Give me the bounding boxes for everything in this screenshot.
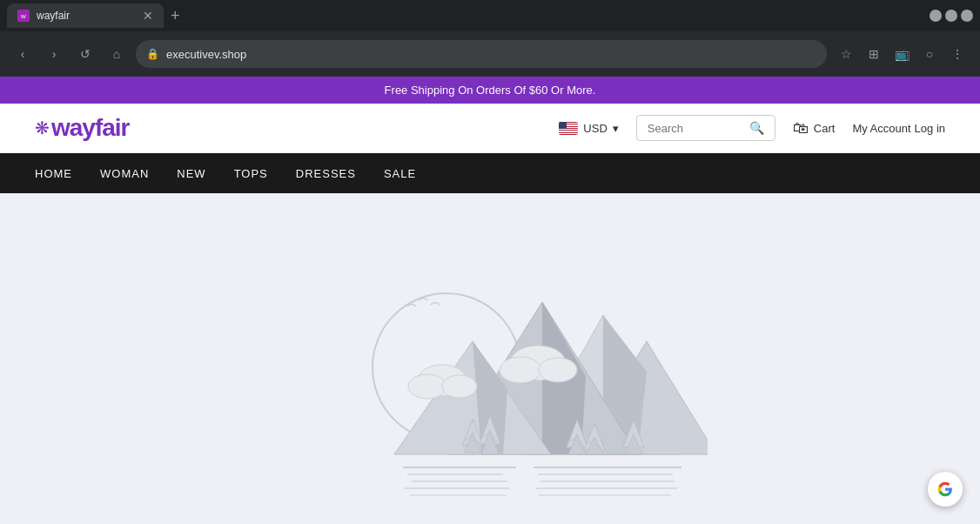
tab-favicon: w — [17, 10, 30, 22]
my-account-link[interactable]: My Account — [852, 122, 910, 135]
website-content: Free Shipping On Orders Of $60 Or More. … — [0, 77, 980, 524]
header-right: USD ▾ 🔍 🛍 Cart My Account Log in — [559, 115, 945, 141]
url-text: executivev.shop — [166, 48, 246, 61]
refresh-button[interactable]: ↺ — [73, 42, 97, 66]
search-icon: 🔍 — [749, 121, 764, 135]
close-button[interactable] — [961, 10, 973, 22]
tab-close-button[interactable]: ✕ — [143, 9, 153, 23]
toolbar-actions: ☆ ⊞ 📺 ○ ⋮ — [834, 42, 970, 66]
browser-tab[interactable]: w wayfair ✕ — [7, 3, 164, 28]
screen-cast-button[interactable]: 📺 — [889, 42, 914, 66]
main-content — [0, 193, 980, 524]
account-area: My Account Log in — [852, 122, 945, 135]
security-icon: 🔒 — [146, 48, 159, 60]
search-bar[interactable]: 🔍 — [636, 115, 775, 141]
nav-item-tops[interactable]: TOPS — [234, 157, 268, 191]
mountain-illustration — [272, 215, 708, 520]
site-navigation: HOME WOMAN NEW TOPS DRESSES SALE — [0, 153, 980, 193]
nav-item-woman[interactable]: WOMAN — [100, 157, 149, 191]
tab-title: wayfair — [37, 10, 70, 22]
promo-text: Free Shipping On Orders Of $60 Or More. — [385, 84, 596, 97]
logo-icon: ❋ — [35, 118, 50, 138]
svg-point-12 — [500, 357, 541, 383]
svg-point-9 — [408, 374, 446, 399]
site-header: ❋ wayfair USD ▾ 🔍 🛍 Cart My Account Log … — [0, 104, 980, 153]
nav-item-sale[interactable]: SALE — [384, 157, 416, 191]
nav-item-new[interactable]: NEW — [177, 157, 205, 191]
cart-label: Cart — [814, 122, 836, 135]
back-button[interactable]: ‹ — [10, 42, 35, 66]
forward-button[interactable]: › — [42, 42, 66, 66]
login-link[interactable]: Log in — [915, 122, 945, 135]
currency-code: USD — [583, 122, 607, 135]
browser-titlebar: w wayfair ✕ + — [0, 0, 980, 31]
promo-banner: Free Shipping On Orders Of $60 Or More. — [0, 77, 980, 104]
minimize-button[interactable] — [930, 10, 942, 22]
google-assistant-button[interactable] — [928, 472, 963, 507]
address-bar[interactable]: 🔒 executivev.shop — [136, 40, 827, 68]
profile-button[interactable]: ○ — [917, 42, 942, 66]
new-tab-button[interactable]: + — [164, 3, 187, 29]
currency-selector[interactable]: USD ▾ — [559, 122, 618, 135]
us-flag-icon — [559, 122, 578, 135]
svg-point-10 — [442, 375, 477, 398]
browser-toolbar: ‹ › ↺ ⌂ 🔒 executivev.shop ☆ ⊞ 📺 ○ ⋮ — [0, 31, 980, 77]
maximize-button[interactable] — [945, 10, 957, 22]
menu-button[interactable]: ⋮ — [945, 42, 970, 66]
extensions-button[interactable]: ⊞ — [862, 42, 886, 66]
cart-area[interactable]: 🛍 Cart — [793, 119, 836, 138]
cart-icon: 🛍 — [793, 119, 809, 138]
nav-item-dresses[interactable]: DRESSES — [296, 157, 356, 191]
logo-text: wayfair — [51, 114, 130, 142]
bookmark-button[interactable]: ☆ — [834, 42, 858, 66]
home-button[interactable]: ⌂ — [104, 42, 129, 66]
browser-chrome: w wayfair ✕ + ‹ › ↺ ⌂ 🔒 executivev.shop … — [0, 0, 980, 77]
currency-chevron-icon: ▾ — [613, 122, 619, 135]
window-controls — [930, 10, 973, 22]
nav-item-home[interactable]: HOME — [35, 157, 72, 191]
logo[interactable]: ❋ wayfair — [35, 114, 130, 142]
search-input[interactable] — [648, 122, 742, 135]
svg-point-13 — [539, 358, 577, 382]
